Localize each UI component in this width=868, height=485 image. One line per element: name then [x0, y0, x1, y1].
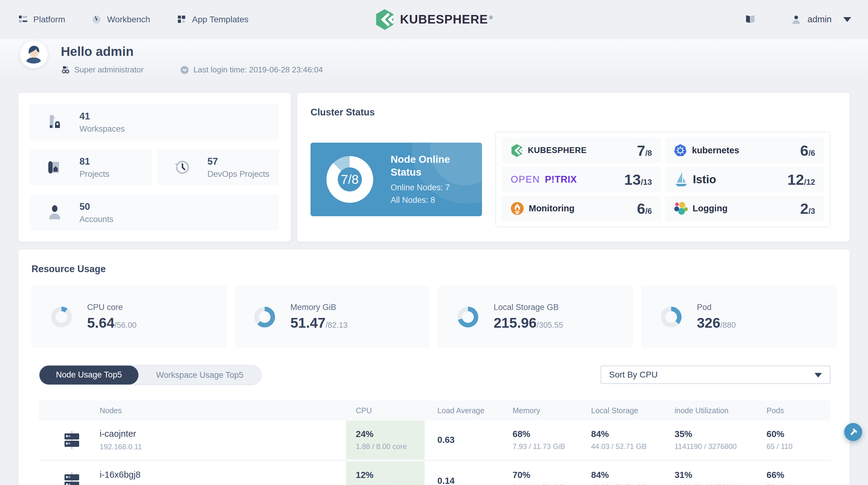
- stat-value: 50: [80, 201, 114, 212]
- component-name: Monitoring: [529, 203, 575, 214]
- component-name: kubernetes: [692, 146, 739, 156]
- column-header-load-average: Load Average: [425, 406, 500, 415]
- gauge-text: Local Storage GB 215.96305.55: [494, 303, 563, 331]
- stat-tile-projects[interactable]: 81 Projects: [30, 149, 152, 186]
- sort-by-value: Sort By CPU: [601, 366, 830, 383]
- istio-icon: [674, 172, 688, 187]
- nav-item-app-templates[interactable]: App Templates: [177, 15, 248, 25]
- node-cell: i-16x6bgj8 192.168.0.14: [39, 470, 346, 485]
- table-header: Nodes CPU Load Average Memory Local Stor…: [39, 400, 830, 421]
- user-name: admin: [807, 14, 832, 25]
- component-name: Istio: [693, 173, 716, 186]
- book-icon: [745, 14, 755, 24]
- component-logo: Istio: [674, 172, 716, 187]
- component-count: 78: [637, 142, 652, 159]
- component-count: 66: [637, 200, 652, 217]
- tab-node-usage-top5[interactable]: Node Usage Top5: [39, 365, 138, 385]
- user-menu[interactable]: admin: [792, 14, 851, 25]
- gauge-label: Local Storage GB: [494, 303, 563, 312]
- logging-icon: [674, 201, 688, 215]
- sort-by-select[interactable]: Sort By CPU: [600, 365, 830, 384]
- all-nodes-label: All Nodes: 8: [391, 195, 467, 205]
- server-icon: [62, 430, 82, 450]
- resource-usage-title: Resource Usage: [31, 264, 106, 274]
- local-storage-donut: [458, 306, 478, 327]
- gauge-pod: Pod 326880: [641, 286, 837, 348]
- gauge-text: Pod 326880: [697, 303, 736, 331]
- cluster-status-card: Cluster Status 7/8 Node Online Status On…: [298, 93, 850, 241]
- table-row[interactable]: i-caojnter 192.168.0.11 24% 1.88 / 8.00 …: [39, 421, 830, 459]
- cpu-percent: 12%: [356, 470, 425, 480]
- column-header-local-storage: Local Storage: [578, 406, 662, 415]
- platform-icon: [18, 15, 28, 24]
- column-header-inode-utilization: inode Utilization: [662, 406, 754, 415]
- accounts-icon: [47, 205, 62, 221]
- stat-tile-accounts[interactable]: 50 Accounts: [30, 194, 279, 231]
- stat-value: 81: [80, 156, 110, 167]
- stat-tile-workspaces[interactable]: 41 Workspaces: [30, 104, 279, 140]
- gauge-text: CPU core 5.6456.00: [87, 303, 136, 331]
- pod-donut: [661, 306, 682, 327]
- kubesphere-logo[interactable]: KUBESPHERE®: [375, 0, 493, 39]
- node-ip: 192.168.0.11: [100, 443, 346, 451]
- memory-cell: 68% 7.93 / 11.73 GiB: [500, 429, 578, 451]
- node-name[interactable]: i-caojnter: [100, 429, 346, 439]
- node-name[interactable]: i-16x6bgj8: [100, 470, 346, 480]
- cpu-cell: 12% 0.93 / 8.00 core: [346, 461, 425, 485]
- last-login-icon: [180, 66, 189, 74]
- toolbox-fab-button[interactable]: [844, 423, 862, 441]
- component-logo: kubernetes: [674, 144, 739, 157]
- stat-text: 41 Workspaces: [80, 111, 125, 134]
- component-openpitrix: OPENP!TRIX 1313: [501, 167, 661, 192]
- node-cell: i-caojnter 192.168.0.11: [39, 429, 346, 451]
- kubernetes-icon: [674, 144, 687, 157]
- stat-value: 41: [80, 111, 125, 122]
- cpu-detail: 1.88 / 8.00 core: [356, 442, 425, 451]
- stat-text: 81 Projects: [80, 156, 110, 179]
- role-icon: [61, 66, 70, 74]
- stat-text: 50 Accounts: [80, 201, 114, 224]
- node-online-donut: 7/8: [327, 156, 373, 203]
- gauge-value: 326880: [697, 315, 736, 331]
- cpu-cell: 24% 1.88 / 8.00 core: [346, 421, 425, 459]
- stat-label: Workspaces: [80, 124, 125, 134]
- node-online-title: Node Online Status: [391, 153, 467, 179]
- table-row[interactable]: i-16x6bgj8 192.168.0.14 12% 0.93 / 8.00 …: [39, 461, 830, 485]
- nav-right: admin: [745, 0, 851, 39]
- server-icon: [62, 471, 82, 485]
- pods-cell: 60% 65 / 110: [754, 429, 830, 451]
- gauge-local-storage: Local Storage GB 215.96305.55: [438, 286, 633, 348]
- projects-icon: [47, 159, 62, 175]
- role-meta: Super administrator: [61, 65, 144, 74]
- nav-label: App Templates: [192, 15, 248, 25]
- nav-item-workbench[interactable]: Workbench: [92, 15, 150, 25]
- component-istio: Istio 1212: [665, 167, 824, 192]
- component-logo: Monitoring: [511, 202, 575, 215]
- component-kubernetes: kubernetes 66: [665, 138, 824, 163]
- monitoring-icon: [511, 202, 524, 215]
- component-name: Logging: [692, 203, 727, 214]
- user-icon: [792, 15, 801, 25]
- component-count: 66: [800, 142, 815, 159]
- workbench-icon: [92, 15, 101, 24]
- column-header-pods: Pods: [754, 406, 830, 415]
- nav-label: Workbench: [107, 15, 150, 25]
- load-average-cell: 0.14: [425, 476, 500, 485]
- component-logging: Logging 23: [665, 196, 824, 221]
- docs-button[interactable]: [745, 14, 755, 25]
- node-usage-table: Nodes CPU Load Average Memory Local Stor…: [39, 400, 830, 485]
- stat-tile-devops-projects[interactable]: 57 DevOps Projects: [157, 149, 279, 186]
- top-nav: Platform Workbench App Templates KUBESPH…: [0, 0, 868, 39]
- nav-item-platform[interactable]: Platform: [18, 15, 65, 25]
- tab-workspace-usage-top5[interactable]: Workspace Usage Top5: [138, 366, 261, 384]
- component-logo: Logging: [674, 201, 727, 215]
- component-kubesphere: KUBESPHERE 78: [501, 138, 661, 163]
- stat-text: 57 DevOps Projects: [208, 156, 270, 179]
- devops-projects-icon: [175, 159, 190, 175]
- kubesphere-icon: [511, 144, 523, 157]
- openpitrix-logo-text: OPEN: [511, 174, 540, 185]
- registered-mark: ®: [489, 15, 493, 20]
- column-header-cpu: CPU: [346, 406, 425, 415]
- avatar-illustration: [19, 40, 48, 69]
- stat-value: 57: [208, 156, 270, 167]
